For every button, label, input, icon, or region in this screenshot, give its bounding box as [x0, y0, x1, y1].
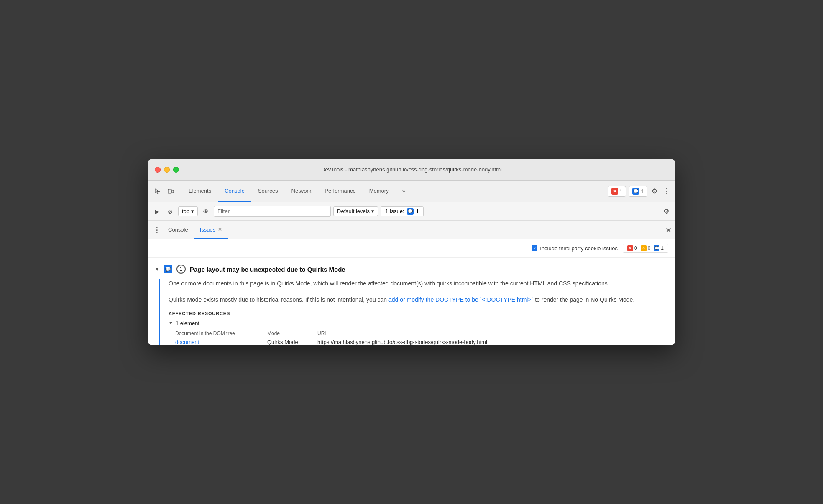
affected-resources: AFFECTED RESOURCES ▼ 1 element Document …	[169, 311, 668, 345]
settings-icon[interactable]: ⚙	[650, 186, 659, 197]
resource-expand[interactable]: ▼ 1 element	[169, 320, 668, 326]
console-settings-icon[interactable]: ⚙	[661, 206, 672, 217]
resource-document-link[interactable]: document	[175, 339, 199, 345]
tab-performance[interactable]: Performance	[318, 181, 362, 202]
error-icon: ✕	[611, 188, 618, 195]
device-toggle-icon[interactable]	[165, 186, 176, 197]
panel-tab-bar: ⋮ Console Issues ✕ ✕	[148, 221, 675, 239]
title-bar: DevTools - mathiasbynens.github.io/css-d…	[148, 159, 675, 181]
close-button[interactable]	[155, 167, 161, 173]
svg-rect-1	[172, 190, 174, 193]
issues-message-icon: 💬	[407, 208, 414, 215]
main-tabs: Elements Console Sources Network Perform…	[182, 181, 608, 202]
resource-table-header: Document in the DOM tree Mode URL	[175, 331, 668, 336]
issue-container: ▼ 💬 1 Page layout may be unexpected due …	[148, 258, 675, 345]
resource-doc-cell: document	[175, 339, 267, 345]
panel-more-button[interactable]: ⋮	[151, 225, 162, 236]
issue-header: ▼ 💬 1 Page layout may be unexpected due …	[155, 265, 668, 274]
message-icon: 💬	[632, 188, 639, 195]
log-levels-dropdown[interactable]: Default levels ▾	[333, 206, 378, 216]
main-tab-bar: Elements Console Sources Network Perform…	[148, 181, 675, 202]
tab-elements[interactable]: Elements	[182, 181, 218, 202]
col-doc-header: Document in the DOM tree	[175, 331, 267, 336]
error-mini-icon: ✕	[627, 245, 633, 251]
issue-body: One or more documents in this page is in…	[159, 279, 668, 345]
info-count: 💬 1	[654, 245, 664, 251]
dropdown-arrow-icon: ▾	[191, 208, 194, 214]
window-title: DevTools - mathiasbynens.github.io/css-d…	[321, 166, 502, 173]
issues-panel: ⋮ Console Issues ✕ ✕ ✓ Include third-par…	[148, 221, 675, 345]
panel-tab-console[interactable]: Console	[162, 221, 194, 239]
issue-expand-arrow[interactable]: ▼	[155, 266, 160, 272]
issue-doctype-link[interactable]: add or modify the DOCTYPE to be `<!DOCTY…	[388, 296, 533, 303]
tab-bar-left-icons	[151, 186, 176, 197]
issue-description-1: One or more documents in this page is in…	[169, 279, 668, 288]
tab-memory[interactable]: Memory	[363, 181, 396, 202]
issue-count-circle: 1	[176, 265, 186, 274]
third-party-cookie-checkbox-label[interactable]: ✓ Include third-party cookie issues	[532, 245, 618, 252]
inspect-icon[interactable]	[151, 186, 163, 197]
panel-close-button[interactable]: ✕	[665, 226, 672, 235]
panel-tab-issues[interactable]: Issues ✕	[194, 221, 228, 239]
issue-counts: ✕ 0 ⚠ 0 💬 1	[623, 244, 668, 253]
minimize-button[interactable]	[164, 167, 170, 173]
checkbox-checked-icon: ✓	[532, 245, 537, 251]
issue-title: Page layout may be unexpected due to Qui…	[190, 266, 345, 273]
tab-sources[interactable]: Sources	[251, 181, 285, 202]
resource-expand-arrow-icon: ▼	[169, 321, 173, 326]
tab-network[interactable]: Network	[285, 181, 318, 202]
issues-count-badge[interactable]: 1 Issue: 💬 1	[381, 206, 424, 216]
info-mini-icon: 💬	[654, 245, 659, 251]
devtools-header: Elements Console Sources Network Perform…	[148, 181, 675, 221]
eye-icon[interactable]: 👁	[200, 206, 211, 217]
svg-rect-0	[168, 189, 171, 193]
context-dropdown[interactable]: top ▾	[178, 206, 198, 216]
run-script-icon[interactable]: ▶	[151, 206, 162, 217]
col-url-header: URL	[317, 331, 668, 336]
resource-url-cell: https://mathiasbynens.github.io/css-dbg-…	[317, 339, 668, 345]
error-count: ✕ 0	[627, 245, 637, 251]
affected-resources-label: AFFECTED RESOURCES	[169, 311, 668, 316]
console-toolbar: ▶ ⊘ top ▾ 👁 Default levels ▾ 1 Issue: 💬 …	[148, 202, 675, 221]
levels-arrow-icon: ▾	[371, 208, 374, 214]
devtools-window: DevTools - mathiasbynens.github.io/css-d…	[148, 159, 675, 345]
issue-type-icon: 💬	[164, 265, 172, 273]
clear-console-icon[interactable]: ⊘	[165, 206, 176, 217]
maximize-button[interactable]	[173, 167, 179, 173]
tab-bar-separator	[181, 187, 181, 196]
warning-count: ⚠ 0	[641, 245, 651, 251]
resource-table-row: document Quirks Mode https://mathiasbyne…	[175, 339, 668, 345]
window-controls	[155, 167, 179, 173]
more-options-icon[interactable]: ⋮	[662, 186, 672, 197]
tab-more[interactable]: »	[396, 181, 412, 202]
resource-mode-cell: Quirks Mode	[267, 339, 317, 345]
error-badge-button[interactable]: ✕ 1	[608, 186, 626, 197]
filter-input[interactable]	[214, 206, 331, 217]
col-mode-header: Mode	[267, 331, 317, 336]
issue-description-2: Quirks Mode exists mostly due to histori…	[169, 295, 668, 304]
message-badge-button[interactable]: 💬 1	[629, 186, 647, 197]
issues-filter-bar: ✓ Include third-party cookie issues ✕ 0 …	[148, 239, 675, 257]
tab-bar-right: ✕ 1 💬 1 ⚙ ⋮	[608, 186, 672, 197]
warning-mini-icon: ⚠	[641, 245, 647, 251]
resource-table: Document in the DOM tree Mode URL docume…	[175, 331, 668, 345]
panel-tab-close-icon[interactable]: ✕	[218, 227, 222, 232]
tab-console[interactable]: Console	[218, 181, 251, 202]
